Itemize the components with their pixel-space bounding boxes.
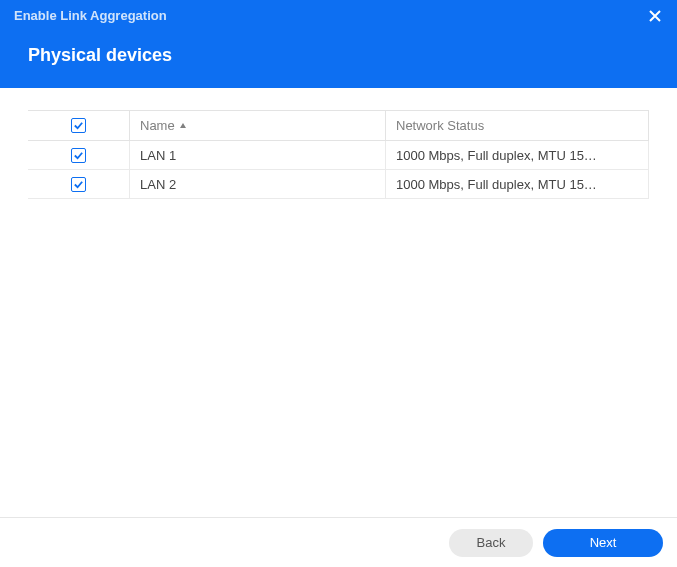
table-header-row: Name Network Status: [28, 111, 649, 141]
row-checkbox[interactable]: [71, 148, 86, 163]
check-icon: [73, 150, 84, 161]
row-status-cell: 1000 Mbps, Full duplex, MTU 15…: [386, 170, 649, 198]
content-area: Name Network Status LAN 1 1000 Mbps, Ful…: [0, 88, 677, 199]
dialog-header: Enable Link Aggregation Physical devices: [0, 0, 677, 88]
device-status: 1000 Mbps, Full duplex, MTU 15…: [396, 177, 597, 192]
select-all-checkbox[interactable]: [71, 118, 86, 133]
column-header-status[interactable]: Network Status: [386, 111, 649, 140]
breadcrumb: Enable Link Aggregation: [14, 8, 663, 23]
column-label: Network Status: [396, 118, 484, 133]
row-check-cell: [28, 170, 130, 198]
table-row[interactable]: LAN 2 1000 Mbps, Full duplex, MTU 15…: [28, 170, 649, 199]
row-status-cell: 1000 Mbps, Full duplex, MTU 15…: [386, 141, 649, 169]
column-header-name[interactable]: Name: [130, 111, 386, 140]
next-button[interactable]: Next: [543, 529, 663, 557]
device-name: LAN 1: [140, 148, 176, 163]
row-name-cell: LAN 2: [130, 170, 386, 198]
sort-asc-icon: [179, 122, 187, 130]
table-row[interactable]: LAN 1 1000 Mbps, Full duplex, MTU 15…: [28, 141, 649, 170]
close-icon: [649, 10, 661, 22]
check-icon: [73, 120, 84, 131]
devices-table: Name Network Status LAN 1 1000 Mbps, Ful…: [28, 110, 649, 199]
select-all-cell: [28, 111, 130, 140]
close-button[interactable]: [645, 6, 665, 26]
check-icon: [73, 179, 84, 190]
row-name-cell: LAN 1: [130, 141, 386, 169]
row-checkbox[interactable]: [71, 177, 86, 192]
device-name: LAN 2: [140, 177, 176, 192]
row-check-cell: [28, 141, 130, 169]
column-label: Name: [140, 118, 175, 133]
back-button[interactable]: Back: [449, 529, 533, 557]
device-status: 1000 Mbps, Full duplex, MTU 15…: [396, 148, 597, 163]
page-title: Physical devices: [28, 45, 663, 66]
dialog-footer: Back Next: [0, 517, 677, 567]
